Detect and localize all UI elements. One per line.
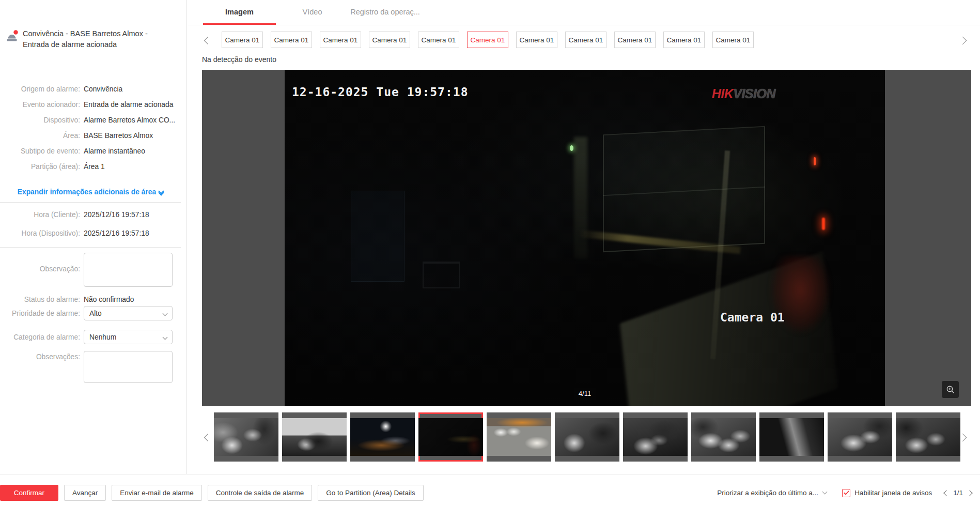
camera-button[interactable]: Camera 01 [418,32,459,48]
page-prev-icon[interactable] [944,490,950,496]
event-detection-caption: Na detecção do evento [202,55,276,64]
camera-thumbnail-8[interactable] [691,412,756,462]
chevron-down-icon [163,311,168,316]
expand-area-info-link[interactable]: Expandir informações adicionais de área [0,188,181,196]
controle-saida-button[interactable]: Controle de saída de alarme [208,485,312,501]
scene-red-light [822,218,825,230]
field-dispositivo: Dispositivo:Alarme Barretos Almox CO... [0,115,181,131]
page-indicator: 1/1 [953,489,963,497]
divider [0,247,181,248]
hikvision-logo: HIKVISION [712,86,775,101]
alarm-info-sidebar: Convivência - BASE Barretos Almox - Entr… [0,0,187,474]
scene-person [767,256,834,396]
checkmark-icon [844,490,849,495]
thumbnail-strip [188,412,980,462]
camera-list-next-button[interactable] [960,36,966,45]
camera-button[interactable]: Camera 01 [271,32,312,48]
confirmar-button[interactable]: Confirmar [0,485,58,501]
camera-button-selected[interactable]: Camera 01 [467,32,508,48]
camera-button[interactable]: Camera 01 [222,32,263,48]
footer-right-controls: Priorizar a exibição do último a... Habi… [717,485,972,501]
field-particao: Partição (área):Área 1 [0,162,181,177]
goto-partition-button[interactable]: Go to Partition (Area) Details [318,485,424,501]
camera-button[interactable]: Camera 01 [320,32,361,48]
priority-display-dropdown[interactable]: Priorizar a exibição do último a... [717,489,827,497]
tab-imagem[interactable]: Imagem [203,0,276,25]
main-panel: Imagem Vídeo Registro da operaç... Camer… [188,0,980,474]
osd-camera-name: Camera 01 [720,311,785,324]
chevron-down-icon [163,335,168,340]
camera-thumbnail-1[interactable] [214,412,278,462]
camera-list: Camera 01 Camera 01 Camera 01 Camera 01 … [222,32,754,48]
field-evento: Evento acionador:Entrada de alarme acion… [0,100,181,115]
prioridade-row: Prioridade de alarme: Alto [0,306,181,320]
chevron-left-icon [204,434,212,442]
observacoes-row: Observações: [0,351,181,383]
camera-button[interactable]: Camera 01 [663,32,705,48]
camera-button[interactable]: Camera 01 [516,32,557,48]
action-footer: Confirmar Avançar Enviar e-mail de alarm… [0,474,980,506]
camera-button-row: Camera 01 Camera 01 Camera 01 Camera 01 … [188,32,980,48]
camera-thumbnail-2[interactable] [282,412,347,462]
osd-timestamp: 12-16-2025 Tue 19:57:18 [292,85,469,99]
camera-snapshot: 12-16-2025 Tue 19:57:18 HIKVISION Camera… [285,70,885,406]
field-hora-cliente: Hora (Cliente):2025/12/16 19:57:18 [0,210,181,228]
alarm-times: Hora (Cliente):2025/12/16 19:57:18 Hora … [0,210,181,247]
camera-thumbnail-9[interactable] [759,412,824,462]
field-subtipo: Subtipo de evento:Alarme instantâneo [0,146,181,162]
chevron-left-icon [204,37,212,45]
thumbnail-prev-button[interactable] [205,433,211,442]
prioridade-select[interactable]: Alto [84,306,173,320]
camera-button[interactable]: Camera 01 [614,32,656,48]
camera-thumbnail-4-selected[interactable] [418,412,483,462]
page-next-icon[interactable] [967,490,972,496]
chevron-right-icon [959,434,967,442]
camera-button[interactable]: Camera 01 [369,32,410,48]
camera-thumbnail-5[interactable] [487,412,551,462]
chevron-down-icon [822,489,828,495]
scene-doorway [351,191,405,282]
observacoes-textarea[interactable] [84,351,173,383]
thumbnail-next-button[interactable] [960,433,966,442]
scene-glass-wall [603,126,765,252]
footer-action-buttons: Confirmar Avançar Enviar e-mail de alarm… [0,485,424,501]
divider [0,202,181,203]
avancar-button[interactable]: Avançar [64,485,106,501]
tab-bar: Imagem Vídeo Registro da operaç... [188,0,980,25]
double-chevron-down-icon [159,192,163,195]
scene-door-glow [574,137,587,258]
alarm-beacon-icon [6,30,18,42]
categoria-row: Categoria de alarme: Nenhum [0,330,181,344]
alarm-detail-window: Convivência - BASE Barretos Almox - Entr… [0,0,980,506]
observacao-row: Observação: [0,253,181,287]
field-origem: Origem do alarme:Convivência [0,84,181,100]
observacao-textarea[interactable] [84,253,173,287]
image-viewer-frame: 12-16-2025 Tue 19:57:18 HIKVISION Camera… [202,70,971,406]
alarm-title: Convivência - BASE Barretos Almox - Entr… [23,28,174,50]
camera-thumbnail-11[interactable] [896,412,960,462]
alarm-header: Convivência - BASE Barretos Almox - Entr… [6,28,180,50]
scene-table [423,262,460,288]
camera-button[interactable]: Camera 01 [565,32,606,48]
thumbnail-list [214,412,960,462]
chevron-right-icon [959,37,967,45]
camera-thumbnail-3[interactable] [350,412,415,462]
enable-popup-checkbox-row[interactable]: Habilitar janela de avisos [842,489,932,497]
camera-button[interactable]: Camera 01 [712,32,754,48]
magnifier-plus-icon [946,385,955,394]
camera-thumbnail-10[interactable] [828,412,892,462]
tab-video[interactable]: Vídeo [276,0,349,25]
enable-popup-checkbox[interactable] [842,489,850,497]
image-counter-badge: 4/11 [573,388,596,400]
enviar-email-button[interactable]: Enviar e-mail de alarme [112,485,202,501]
tab-registro-operacao[interactable]: Registro da operaç... [349,0,422,25]
alarm-fields: Origem do alarme:Convivência Evento acio… [0,84,181,177]
camera-thumbnail-7[interactable] [623,412,688,462]
field-hora-dispositivo: Hora (Dispositivo):2025/12/16 19:57:18 [0,228,181,247]
zoom-in-button[interactable] [942,381,959,398]
camera-thumbnail-6[interactable] [555,412,619,462]
enable-popup-label: Habilitar janela de avisos [854,489,932,497]
field-area: Área:BASE Barretos Almox [0,131,181,146]
camera-list-prev-button[interactable] [205,36,211,45]
categoria-select[interactable]: Nenhum [84,330,173,344]
